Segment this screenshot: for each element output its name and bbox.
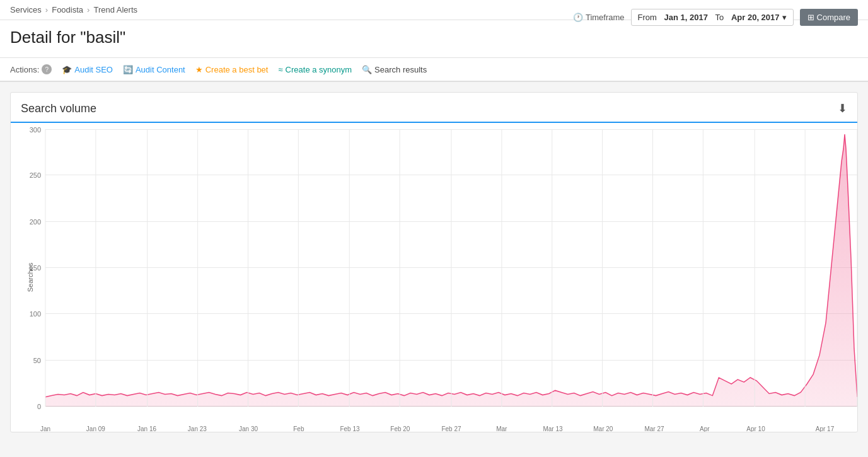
actions-bar: Actions: ? 🎓 Audit SEO 🔄 Audit Content ★… xyxy=(0,58,868,81)
to-date: Apr 20, 2017 xyxy=(731,13,780,22)
chart-svg xyxy=(45,129,857,407)
x-label-mar13: Mar 13 xyxy=(543,425,562,432)
chart-header: Search volume ⬇ xyxy=(11,93,857,123)
search-results-link[interactable]: 🔍 Search results xyxy=(362,65,427,74)
create-best-bet-label: Create a best bet xyxy=(205,65,269,74)
audit-content-link[interactable]: 🔄 Audit Content xyxy=(123,65,185,74)
audit-seo-label: Audit SEO xyxy=(74,65,113,74)
from-date: Jan 1, 2017 xyxy=(664,13,708,22)
chevron-down-icon: ▾ xyxy=(782,13,787,22)
chart-area: Searches 0 50 100 150 200 xyxy=(11,123,857,432)
y-label-300: 300 xyxy=(17,126,41,134)
tilde-icon: ≈ xyxy=(278,65,282,74)
create-best-bet-link[interactable]: ★ Create a best bet xyxy=(195,65,269,74)
x-label-apr: Apr xyxy=(700,425,710,432)
x-label-feb: Feb xyxy=(293,425,304,432)
x-label-mar27: Mar 27 xyxy=(644,425,664,432)
x-label-jan09: Jan 09 xyxy=(86,425,105,432)
clock-icon: 🕐 xyxy=(573,13,583,22)
create-synonym-link[interactable]: ≈ Create a synonym xyxy=(278,65,352,74)
x-label-jan30: Jan 30 xyxy=(239,425,258,432)
star-icon: ★ xyxy=(195,65,203,74)
x-label-mar: Mar xyxy=(496,425,507,432)
x-label-apr17: Apr 17 xyxy=(816,425,834,432)
to-label: To xyxy=(715,13,724,22)
x-label-jan23: Jan 23 xyxy=(188,425,207,432)
search-results-label: Search results xyxy=(374,65,427,74)
y-label-150: 150 xyxy=(17,264,41,272)
x-label-apr10: Apr 10 xyxy=(746,425,765,432)
audit-seo-link[interactable]: 🎓 Audit SEO xyxy=(62,65,113,74)
page-title: Detail for "basil" xyxy=(10,28,858,47)
timeframe-text: Timeframe xyxy=(586,13,625,22)
breadcrumb-services[interactable]: Services xyxy=(10,5,42,14)
page-header: Detail for "basil" xyxy=(0,20,868,58)
graduation-cap-icon: 🎓 xyxy=(62,65,72,74)
x-label-jan16: Jan 16 xyxy=(137,425,156,432)
x-label-feb20: Feb 20 xyxy=(390,425,410,432)
compare-label: Compare xyxy=(817,13,850,22)
actions-text: Actions: xyxy=(10,65,39,74)
create-synonym-label: Create a synonym xyxy=(286,65,352,74)
actions-label: Actions: ? xyxy=(10,64,52,74)
chart-title: Search volume xyxy=(21,102,96,115)
compare-icon: ⊞ xyxy=(807,13,814,22)
compare-button[interactable]: ⊞ Compare xyxy=(800,9,858,26)
chart-inner: 0 50 100 150 200 250 300 xyxy=(45,129,857,407)
y-label-250: 250 xyxy=(17,171,41,179)
timeframe-label: 🕐 Timeframe xyxy=(573,13,625,22)
y-label-200: 200 xyxy=(17,218,41,226)
from-label: From xyxy=(638,13,657,22)
x-label-mar20: Mar 20 xyxy=(593,425,613,432)
y-label-100: 100 xyxy=(17,310,41,318)
refresh-icon: 🔄 xyxy=(123,65,133,74)
breadcrumb-sep-1: › xyxy=(45,5,48,14)
breadcrumb-foodista[interactable]: Foodista xyxy=(52,5,83,14)
download-icon[interactable]: ⬇ xyxy=(838,101,847,115)
main-content: Search volume ⬇ Searches 0 50 100 150 xyxy=(0,82,868,443)
x-label-feb27: Feb 27 xyxy=(441,425,461,432)
y-label-50: 50 xyxy=(17,357,41,364)
audit-content-label: Audit Content xyxy=(136,65,185,74)
timeframe-section: 🕐 Timeframe From Jan 1, 2017 To Apr 20, … xyxy=(573,9,858,26)
breadcrumb-sep-2: › xyxy=(87,5,90,14)
x-label-jan: Jan xyxy=(40,425,50,432)
breadcrumb-trend-alerts[interactable]: Trend Alerts xyxy=(93,5,137,14)
timeframe-date-range[interactable]: From Jan 1, 2017 To Apr 20, 2017 ▾ xyxy=(631,9,794,26)
help-icon[interactable]: ? xyxy=(42,64,52,74)
x-label-feb13: Feb 13 xyxy=(340,425,359,432)
search-icon: 🔍 xyxy=(362,65,372,74)
search-volume-chart-card: Search volume ⬇ Searches 0 50 100 150 xyxy=(10,92,858,432)
y-label-0: 0 xyxy=(17,403,41,410)
